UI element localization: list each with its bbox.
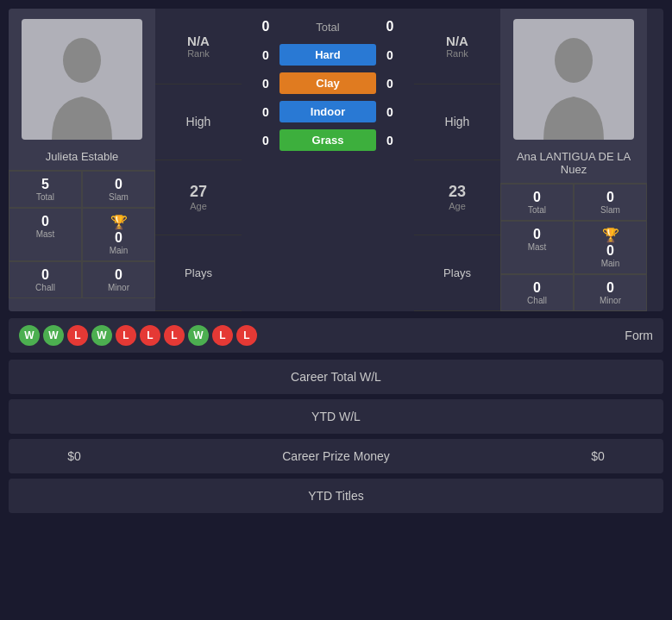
left-plays-block: Plays bbox=[155, 235, 242, 311]
clay-button[interactable]: Clay bbox=[279, 72, 376, 94]
left-slam-label: Slam bbox=[86, 192, 151, 202]
form-badge-w: W bbox=[91, 325, 112, 346]
right-chall-cell: 0 Chall bbox=[500, 274, 574, 311]
right-plays-block: Plays bbox=[414, 235, 500, 311]
left-chall-label: Chall bbox=[13, 283, 78, 292]
left-total-label: Total bbox=[13, 192, 78, 202]
right-high-value: High bbox=[445, 115, 470, 128]
right-main-label: Main bbox=[578, 259, 643, 268]
clay-left-val: 0 bbox=[255, 77, 276, 91]
left-mast-trophy-cell: 🏆 0 Main bbox=[82, 208, 155, 261]
left-chall-cell: 0 Chall bbox=[9, 261, 82, 298]
prize-right-val: $0 bbox=[546, 449, 650, 463]
left-rank-block: N/A Rank bbox=[155, 9, 242, 85]
left-age-block: 27 Age bbox=[155, 160, 242, 236]
right-slam-cell: 0 Slam bbox=[574, 184, 647, 221]
left-high-value: High bbox=[186, 115, 211, 128]
right-high-block: High bbox=[414, 85, 500, 160]
ytd-wl-label: YTD W/L bbox=[311, 410, 361, 423]
indoor-right-val: 0 bbox=[380, 105, 400, 119]
left-rank-label: Rank bbox=[187, 48, 210, 59]
total-label: Total bbox=[276, 21, 380, 34]
form-badge-w: W bbox=[43, 325, 64, 346]
hard-right-val: 0 bbox=[380, 48, 400, 62]
right-plays-value: Plays bbox=[443, 266, 471, 279]
left-player-stats-grid: 5 Total 0 Slam 0 Mast 🏆 0 Main 0 bbox=[9, 170, 155, 298]
left-slam-value: 0 bbox=[86, 177, 151, 192]
left-minor-cell: 0 Minor bbox=[82, 261, 155, 298]
right-age-label: Age bbox=[449, 201, 466, 211]
prize-label: Career Prize Money bbox=[126, 449, 546, 463]
clay-row: 0 Clay 0 bbox=[242, 70, 414, 97]
grass-right-val: 0 bbox=[380, 134, 400, 147]
form-badge-w: W bbox=[19, 325, 40, 346]
career-total-wl-row: Career Total W/L bbox=[9, 360, 663, 394]
form-badge-l: L bbox=[67, 325, 88, 346]
left-minor-label: Minor bbox=[86, 283, 151, 292]
right-player-card: Ana LANTIGUA DE LA Nuez 0 Total 0 Slam 0… bbox=[500, 9, 647, 311]
left-player-card: Julieta Estable 5 Total 0 Slam 0 Mast 🏆 … bbox=[9, 9, 155, 311]
grass-left-val: 0 bbox=[255, 134, 276, 147]
right-mast-label: Mast bbox=[505, 242, 569, 252]
left-chall-value: 0 bbox=[13, 267, 78, 283]
form-badges: WWLWLLLWLL bbox=[19, 325, 614, 346]
left-mast-cell: 0 Mast bbox=[9, 208, 82, 261]
right-age-block: 23 Age bbox=[414, 160, 500, 236]
right-player-name: Ana LANTIGUA DE LA Nuez bbox=[500, 147, 647, 183]
right-rank-label: Rank bbox=[446, 48, 468, 59]
form-badge-l: L bbox=[164, 325, 185, 346]
right-slam-value: 0 bbox=[578, 190, 643, 205]
main-container: Julieta Estable 5 Total 0 Slam 0 Mast 🏆 … bbox=[0, 0, 672, 527]
right-chall-value: 0 bbox=[505, 280, 569, 296]
clay-right-val: 0 bbox=[380, 77, 400, 91]
right-mast-value: 0 bbox=[505, 227, 569, 242]
right-mast-trophy-cell: 🏆 0 Main bbox=[574, 221, 647, 274]
right-slam-label: Slam bbox=[578, 205, 643, 215]
right-main-value: 0 bbox=[578, 243, 643, 259]
hard-button[interactable]: Hard bbox=[279, 44, 376, 66]
right-player-stats-grid: 0 Total 0 Slam 0 Mast 🏆 0 Main 0 bbox=[500, 183, 647, 311]
indoor-button[interactable]: Indoor bbox=[279, 101, 376, 122]
total-right-val: 0 bbox=[380, 19, 400, 34]
indoor-row: 0 Indoor 0 bbox=[242, 98, 414, 125]
left-main-label: Main bbox=[86, 246, 151, 255]
form-badge-l: L bbox=[212, 325, 233, 346]
svg-point-0 bbox=[63, 38, 101, 83]
right-trophy-icon: 🏆 bbox=[578, 227, 643, 243]
right-player-silhouette bbox=[535, 36, 612, 140]
prize-money-row: $0 Career Prize Money $0 bbox=[9, 439, 663, 473]
left-slam-cell: 0 Slam bbox=[82, 171, 155, 208]
ytd-titles-label: YTD Titles bbox=[308, 489, 364, 503]
form-badge-l: L bbox=[236, 325, 257, 346]
right-rank-block: N/A Rank bbox=[414, 9, 500, 85]
left-player-silhouette bbox=[43, 36, 121, 140]
right-total-value: 0 bbox=[505, 190, 569, 205]
right-minor-value: 0 bbox=[578, 280, 643, 296]
grass-button[interactable]: Grass bbox=[279, 129, 376, 151]
form-badge-w: W bbox=[188, 325, 209, 346]
left-age-value: 27 bbox=[190, 183, 207, 201]
right-minor-cell: 0 Minor bbox=[574, 274, 647, 311]
career-wl-label: Career Total W/L bbox=[126, 370, 546, 384]
total-left-val: 0 bbox=[255, 19, 276, 34]
ytd-titles-row: YTD Titles bbox=[9, 479, 663, 513]
left-mast-label: Mast bbox=[13, 229, 78, 239]
form-badge-l: L bbox=[140, 325, 160, 346]
prize-left-val: $0 bbox=[22, 449, 126, 463]
form-section: WWLWLLLWLL Form bbox=[9, 318, 663, 353]
hard-row: 0 Hard 0 bbox=[242, 41, 414, 68]
left-minor-value: 0 bbox=[86, 267, 151, 283]
right-mast-cell: 0 Mast bbox=[500, 221, 574, 274]
left-stat-col: N/A Rank High 27 Age Plays bbox=[155, 9, 242, 311]
left-rank-value: N/A bbox=[187, 34, 210, 48]
comparison-section: Julieta Estable 5 Total 0 Slam 0 Mast 🏆 … bbox=[9, 9, 663, 311]
ytd-wl-row: YTD W/L bbox=[9, 399, 663, 434]
total-row: 0 Total 0 bbox=[242, 16, 414, 38]
right-rank-value: N/A bbox=[446, 34, 468, 48]
left-player-photo bbox=[22, 19, 142, 140]
hard-left-val: 0 bbox=[255, 48, 276, 62]
indoor-left-val: 0 bbox=[255, 105, 276, 119]
right-player-photo bbox=[513, 19, 634, 140]
left-player-name: Julieta Estable bbox=[39, 147, 126, 170]
right-total-cell: 0 Total bbox=[500, 184, 574, 221]
